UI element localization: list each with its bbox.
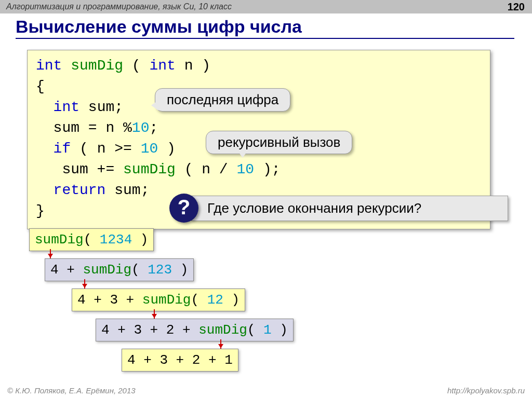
arrow-icon	[84, 279, 85, 290]
breadcrumb: Алгоритмизация и программирование, язык …	[6, 2, 232, 11]
code-line: sum += sumDig ( n / 10 );	[36, 159, 482, 180]
chain-step: 4 + 3 + 2 + sumDig( 1 )	[96, 319, 294, 341]
copyright: © К.Ю. Поляков, Е.А. Ерёмин, 2013	[7, 386, 136, 395]
question-text: Где условие окончания рекурсии?	[191, 196, 508, 221]
code-line: int sumDig ( int n )	[36, 56, 482, 76]
page-title: Вычисление суммы цифр числа	[16, 17, 514, 39]
callout-last-digit: последняя цифра	[155, 88, 290, 112]
chain-step: 4 + 3 + 2 + 1	[122, 349, 238, 372]
chain-step: sumDig( 1234 )	[29, 228, 154, 251]
arrow-icon	[50, 249, 51, 259]
breadcrumb-bar: Алгоритмизация и программирование, язык …	[0, 0, 532, 13]
footer-url: http://kpolyakov.spb.ru	[447, 386, 525, 395]
callout-recursive-call: рекурсивный вызов	[206, 131, 352, 154]
question-row: ? Где условие окончания рекурсии?	[169, 194, 508, 223]
question-mark-icon: ?	[169, 194, 198, 223]
chain-step: 4 + sumDig( 123 )	[45, 258, 194, 281]
arrow-icon	[154, 309, 155, 320]
chain-step: 4 + 3 + sumDig( 12 )	[72, 289, 245, 311]
page-number: 120	[508, 0, 525, 13]
arrow-icon	[220, 339, 221, 350]
footer: © К.Ю. Поляков, Е.А. Ерёмин, 2013 http:/…	[0, 385, 532, 396]
